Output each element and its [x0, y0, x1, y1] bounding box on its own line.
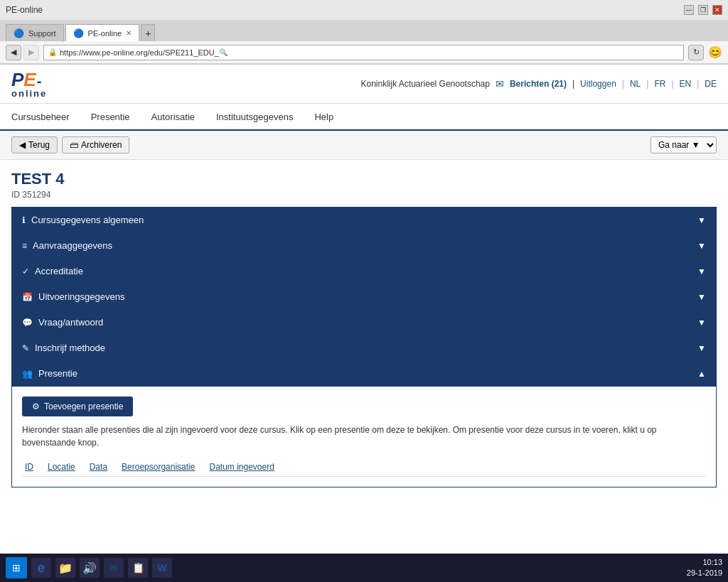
accordion-item-presentie: 👥 Presentie ▲ ⚙ Toevoegen presentie Hier…	[11, 360, 717, 487]
new-tab-button[interactable]: +	[141, 24, 155, 41]
accordion-title-inschrijf-methode: ✎ Inschrijf methode	[22, 343, 105, 353]
page-wrapper: P E - online Koninklijk Actuarieel Genoo…	[0, 65, 728, 487]
chevron-down-icon-5: ▼	[697, 318, 706, 328]
pe-logo: P E - online	[11, 69, 47, 99]
lang-de[interactable]: DE	[705, 79, 717, 89]
nav-cursusbeheer[interactable]: Cursusbeheer	[11, 106, 70, 128]
back-label: Terug	[28, 140, 50, 150]
nav-bar: Cursusbeheer Presentie Autorisatie Insti…	[0, 104, 728, 131]
accordion-header-inschrijf-methode[interactable]: ✎ Inschrijf methode ▼	[12, 335, 716, 360]
back-chevron-icon: ◀	[19, 140, 26, 150]
accordion-title-accreditatie: ✓ Accreditatie	[22, 266, 83, 276]
accordion-title-cursusgegevens: ℹ Cursusgegevens algemeen	[22, 215, 144, 225]
back-button[interactable]: ◀ Terug	[11, 136, 58, 153]
logo-dash: -	[37, 73, 42, 90]
restore-button[interactable]: ❐	[698, 5, 708, 15]
tab-bar: 🔵 Support 🔵 PE-online ✕ +	[0, 20, 728, 41]
accordion-label-inschrijf-methode: Inschrijf methode	[35, 343, 105, 353]
url-text: https://www.pe-online.org/edu/SPE211_EDU…	[60, 48, 219, 57]
chevron-down-icon: ▼	[697, 215, 706, 225]
chevron-down-icon-6: ▼	[697, 343, 706, 353]
accordion-header-vraag-antwoord[interactable]: 💬 Vraag/antwoord ▼	[12, 310, 716, 335]
accordion-content-presentie: ⚙ Toevoegen presentie Hieronder staan al…	[12, 386, 716, 487]
lang-divider-4: |	[697, 79, 699, 89]
tab-support[interactable]: 🔵 Support	[6, 24, 64, 41]
title-bar: PE-online — ❐ ✕	[0, 0, 728, 20]
accordion-item-aanvraaggegevens: ≡ Aanvraaggegevens ▼	[11, 232, 717, 259]
close-button[interactable]: ✕	[712, 5, 722, 15]
nav-presentie[interactable]: Presentie	[91, 106, 130, 128]
col-header-locatie[interactable]: Locatie	[48, 462, 75, 472]
url-bar[interactable]: 🔒 https://www.pe-online.org/edu/SPE211_E…	[43, 45, 684, 60]
chevron-up-icon: ▲	[697, 369, 706, 379]
accordion-item-accreditatie: ✓ Accreditatie ▼	[11, 258, 717, 284]
col-header-beroepsorganisatie[interactable]: Beroepsorganisatie	[122, 462, 195, 472]
col-header-datum-ingevoerd[interactable]: Datum ingevoerd	[209, 462, 274, 472]
accordion-label-vraag-antwoord: Vraag/antwoord	[38, 317, 103, 328]
col-header-id[interactable]: ID	[25, 462, 33, 472]
tab-pe-online[interactable]: 🔵 PE-online ✕	[65, 24, 140, 41]
tab-support-label: Support	[28, 29, 56, 38]
nav-autorisatie[interactable]: Autorisatie	[151, 106, 195, 128]
nav-instituutsgegevens[interactable]: Instituutsgegevens	[216, 106, 293, 128]
logo-container: P E - online	[11, 69, 47, 99]
add-presentie-button[interactable]: ⚙ Toevoegen presentie	[22, 397, 133, 416]
mail-icon: ✉	[496, 78, 504, 90]
address-bar: ◀ ▶ 🔒 https://www.pe-online.org/edu/SPE2…	[0, 41, 728, 64]
tab-pe-online-label: PE-online	[88, 29, 122, 38]
archive-icon: 🗃	[70, 140, 78, 150]
smiley-icon[interactable]: 😊	[708, 45, 722, 59]
lang-divider-3: |	[671, 79, 673, 89]
accordion-header-presentie[interactable]: 👥 Presentie ▲	[12, 361, 716, 386]
url-icon: 🔒	[48, 48, 57, 56]
accordion-header-uitvoeringsgegevens[interactable]: 📅 Uitvoeringsgegevens ▼	[12, 284, 716, 309]
edit-icon: ✎	[22, 343, 29, 353]
chat-icon: 💬	[22, 318, 33, 328]
info-icon: ℹ	[22, 215, 26, 225]
tab-close-icon[interactable]: ✕	[126, 29, 132, 37]
window-title: PE-online	[6, 5, 43, 15]
chevron-down-icon-4: ▼	[697, 292, 706, 302]
browser-chrome: PE-online — ❐ ✕ 🔵 Support 🔵 PE-online ✕ …	[0, 0, 728, 65]
accordion-header-accreditatie[interactable]: ✓ Accreditatie ▼	[12, 259, 716, 284]
calendar-icon: 📅	[22, 292, 33, 302]
accordion-label-cursusgegevens: Cursusgegevens algemeen	[31, 215, 144, 225]
list-icon: ≡	[22, 241, 27, 251]
chevron-down-icon-3: ▼	[697, 266, 706, 276]
accordion-header-aanvraaggegevens[interactable]: ≡ Aanvraaggegevens ▼	[12, 233, 716, 258]
minimize-button[interactable]: —	[684, 5, 694, 15]
lang-fr[interactable]: FR	[654, 79, 665, 89]
logout-link[interactable]: Uitloggen	[580, 79, 616, 89]
refresh-button[interactable]: ↻	[688, 45, 704, 60]
accordion-label-uitvoeringsgegevens: Uitvoeringsgegevens	[38, 291, 124, 302]
back-button[interactable]: ◀	[6, 45, 21, 60]
check-icon: ✓	[22, 266, 29, 276]
accordion-title-presentie: 👥 Presentie	[22, 368, 77, 379]
logo-online: online	[11, 88, 47, 99]
forward-button[interactable]: ▶	[23, 45, 39, 60]
url-search-icon: 🔍	[219, 48, 228, 56]
add-presentie-label: Toevoegen presentie	[44, 402, 123, 411]
nav-help[interactable]: Help	[314, 106, 333, 128]
action-bar-left: ◀ Terug 🗃 Archiveren	[11, 136, 129, 153]
goto-select[interactable]: Ga naar ▼	[651, 136, 717, 153]
action-bar: ◀ Terug 🗃 Archiveren Ga naar ▼	[0, 131, 728, 160]
lang-divider-1: |	[622, 79, 624, 89]
header-right: Koninklijk Actuarieel Genootschap ✉ Beri…	[361, 78, 717, 90]
site-header: P E - online Koninklijk Actuarieel Genoo…	[0, 65, 728, 104]
messages-link[interactable]: Berichten (21)	[510, 79, 567, 89]
accordion-header-cursusgegevens[interactable]: ℹ Cursusgegevens algemeen ▼	[12, 208, 716, 232]
presentie-table-header: ID Locatie Data Beroepsorganisatie Datum…	[22, 458, 706, 477]
archive-label: Archiveren	[81, 140, 122, 150]
lang-nl[interactable]: NL	[630, 79, 641, 89]
goto-container: Ga naar ▼	[651, 136, 717, 153]
accordion-title-vraag-antwoord: 💬 Vraag/antwoord	[22, 317, 103, 328]
col-header-data[interactable]: Data	[90, 462, 107, 472]
archive-button[interactable]: 🗃 Archiveren	[62, 136, 129, 153]
lang-en[interactable]: EN	[680, 79, 692, 89]
separator-1: |	[572, 79, 574, 89]
accordion-label-accreditatie: Accreditatie	[35, 266, 83, 276]
accordion-title-aanvraaggegevens: ≡ Aanvraaggegevens	[22, 240, 112, 251]
lang-divider-2: |	[646, 79, 648, 89]
page-title: TEST 4	[11, 170, 717, 188]
